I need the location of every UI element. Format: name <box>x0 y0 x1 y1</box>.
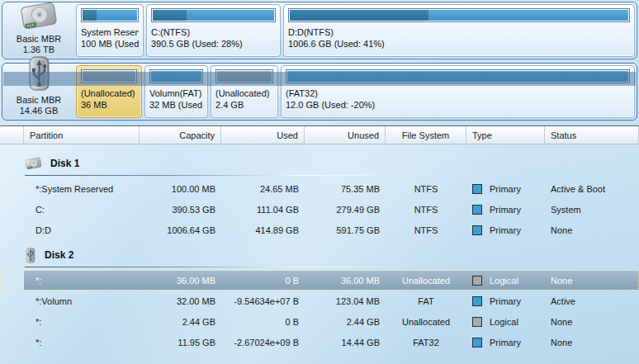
partition-usage-bar <box>149 69 203 83</box>
partition-type-label: Primary <box>490 296 521 306</box>
partition-unused: 14.44 GB <box>305 338 386 347</box>
primary-type-square-icon <box>472 296 482 306</box>
primary-type-square-icon <box>472 205 482 215</box>
partition-name: *: <box>24 276 140 286</box>
partition-unused: 75.35 MB <box>305 184 386 194</box>
usage-bar-fill <box>83 10 137 21</box>
disk-map: Basic MBR1.36 TBSystem Reserv100 MB (Use… <box>0 0 639 121</box>
usage-bar-fill <box>290 10 628 21</box>
partition-block-detail: 100 MB (Used: <box>81 38 139 50</box>
partition-block[interactable]: C:(NTFS)390.5 GB (Used: 28%) <box>146 4 281 57</box>
partition-capacity: 390.53 GB <box>140 205 221 215</box>
disk-label: Basic MBR <box>17 34 61 45</box>
partition-type-label: Primary <box>490 225 521 235</box>
disk-row[interactable]: Basic MBR14.46 GB(Unallocated)36 MBVolum… <box>2 63 637 121</box>
partition-block[interactable]: D:D(NTFS)1006.6 GB (Used: 41%) <box>283 4 635 57</box>
partition-file-system: FAT <box>386 296 466 306</box>
hdd-icon <box>20 1 58 31</box>
partition-block-label: (FAT32) <box>286 87 630 99</box>
partition-block[interactable]: (Unallocated)36 MB <box>76 65 142 118</box>
partition-file-system: FAT32 <box>386 338 466 347</box>
primary-type-square-icon <box>472 338 482 347</box>
partition-file-system: NTFS <box>386 184 466 194</box>
partition-row[interactable]: D:D1006.64 GB414.89 GB591.75 GBNTFSPrima… <box>0 220 639 240</box>
usage-bar-fill <box>217 71 272 82</box>
column-header-label: File System <box>402 130 449 140</box>
partition-table-body: Disk 1*:System Reserved100.00 MB24.65 MB… <box>0 144 639 352</box>
partition-row[interactable]: *:11.95 GB-2.67024e+09 B14.44 GBFAT32Pri… <box>0 332 639 352</box>
hdd-icon <box>20 1 58 34</box>
partition-usage-bar <box>215 69 273 83</box>
partition-block[interactable]: (FAT32)12.0 GB (Used: -20%) <box>281 65 635 118</box>
partition-used: 24.65 MB <box>221 184 305 194</box>
partition-used: 111.04 GB <box>221 205 305 215</box>
column-header-status[interactable]: Status <box>545 126 639 144</box>
partition-block-detail: 390.5 GB (Used: 28%) <box>151 38 276 50</box>
partition-unused: 36.00 MB <box>305 276 386 286</box>
partition-name: *: <box>24 338 140 347</box>
partition-status: None <box>545 276 639 286</box>
partition-usage-bar <box>151 8 276 22</box>
disk-group-row[interactable]: Disk 2 <box>0 240 639 270</box>
partition-row[interactable]: C:390.53 GB111.04 GB279.49 GBNTFSPrimary… <box>0 199 639 220</box>
column-header-file-system[interactable]: File System <box>386 126 466 144</box>
partition-type: Primary <box>466 184 545 194</box>
partition-row[interactable]: *:Volumn32.00 MB-9.54634e+07 B123.04 MBF… <box>0 291 639 311</box>
partition-block-label: (Unallocated) <box>215 87 273 99</box>
column-header-capacity[interactable]: Capacity <box>140 126 221 144</box>
partition-unused: 2.44 GB <box>305 317 386 327</box>
partition-block[interactable]: (Unallocated)2.4 GB <box>211 65 278 118</box>
column-header-gutter[interactable] <box>0 126 24 144</box>
column-header-partition[interactable]: Partition <box>24 126 140 144</box>
partition-type-label: Logical <box>490 317 518 327</box>
column-header-label: Status <box>551 130 576 140</box>
partition-usage-bar <box>81 69 137 83</box>
usage-bar-fill <box>151 71 201 82</box>
usb-icon <box>25 248 36 263</box>
partition-used: 414.89 GB <box>221 225 305 235</box>
column-header-label: Partition <box>30 130 63 140</box>
partition-unused: 123.04 MB <box>305 296 386 306</box>
disk-group-row[interactable]: Disk 1 <box>0 149 639 178</box>
hdd-icon <box>25 157 42 170</box>
partition-usage-bar <box>288 8 630 22</box>
disk-row[interactable]: Basic MBR1.36 TBSystem Reserv100 MB (Use… <box>2 2 637 59</box>
partition-file-system: Unallocated <box>386 317 466 327</box>
column-header-unused[interactable]: Unused <box>305 126 386 144</box>
partition-type: Primary <box>466 205 545 215</box>
partition-usage-bar <box>286 69 630 83</box>
partition-name: D:D <box>24 225 140 235</box>
partition-table-header: PartitionCapacityUsedUnusedFile SystemTy… <box>0 126 639 144</box>
partition-block-detail: 36 MB <box>81 99 137 111</box>
partition-name: *:Volumn <box>24 296 140 306</box>
partition-type-label: Primary <box>490 338 521 347</box>
partition-usage-bar <box>81 8 139 22</box>
partition-type: Primary <box>466 338 545 347</box>
partition-status: None <box>545 317 639 327</box>
partition-block-label: (Unallocated) <box>81 87 137 99</box>
partition-type: Primary <box>466 225 545 235</box>
partition-status: Active <box>545 296 639 306</box>
partition-status: None <box>545 225 639 235</box>
logical-type-square-icon <box>472 317 482 327</box>
partition-row[interactable]: *:2.44 GB0 B2.44 GBUnallocatedLogicalNon… <box>0 311 639 332</box>
partition-file-system: Unallocated <box>386 276 466 286</box>
partition-name: *:System Reserved <box>24 184 140 194</box>
column-header-type[interactable]: Type <box>466 126 545 144</box>
partition-row[interactable]: *:36.00 MB0 B36.00 MBUnallocatedLogicalN… <box>0 270 639 291</box>
usage-bar-fill <box>83 71 135 82</box>
partition-row[interactable]: *:System Reserved100.00 MB24.65 MB75.35 … <box>0 178 639 199</box>
partition-file-system: NTFS <box>386 225 466 235</box>
partition-block[interactable]: Volumn(FAT)32 MB (Used: - <box>144 65 208 118</box>
partition-block[interactable]: System Reserv100 MB (Used: <box>76 4 144 57</box>
disk-info-cell[interactable]: Basic MBR1.36 TB <box>4 4 73 57</box>
partition-status: Active & Boot <box>545 184 639 194</box>
usage-bar-used <box>290 10 428 21</box>
partition-block-detail: 2.4 GB <box>215 99 273 111</box>
disk-info-cell[interactable]: Basic MBR14.46 GB <box>4 65 73 118</box>
partition-capacity: 2.44 GB <box>140 317 221 327</box>
usb-icon <box>25 248 36 263</box>
column-header-used[interactable]: Used <box>221 126 305 144</box>
partition-type: Logical <box>466 317 545 327</box>
hdd-icon <box>25 157 42 170</box>
